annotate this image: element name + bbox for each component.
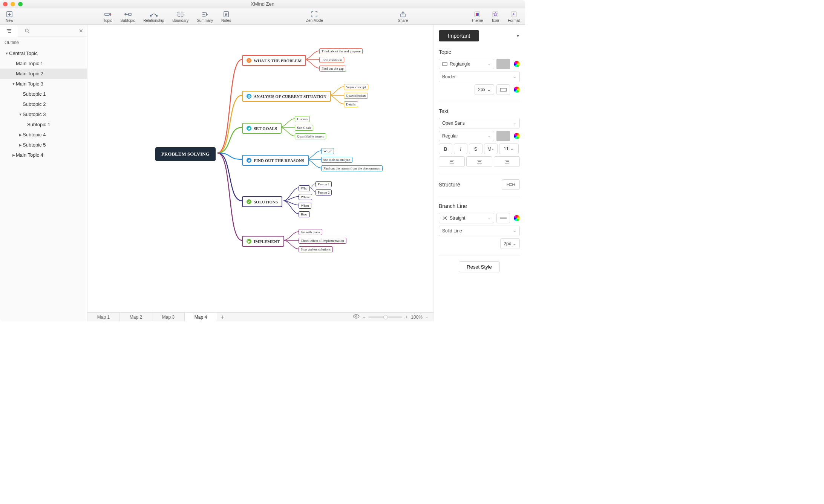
leaf-node[interactable]: Person 2 bbox=[316, 189, 332, 195]
icon-button[interactable]: Icon bbox=[490, 11, 501, 23]
close-window-icon[interactable] bbox=[3, 2, 8, 6]
important-button[interactable]: Important bbox=[439, 30, 479, 41]
close-panel-icon[interactable]: ✕ bbox=[79, 28, 83, 34]
topic-button[interactable]: Topic bbox=[102, 11, 113, 23]
sheet-tab[interactable]: Map 3 bbox=[152, 313, 185, 321]
border-color-wheel-icon[interactable] bbox=[514, 87, 520, 93]
outline-item[interactable]: ▼Subtopic 3 bbox=[0, 109, 87, 119]
sheet-tab[interactable]: Map 4 bbox=[185, 313, 217, 321]
leaf-node[interactable]: When bbox=[299, 203, 311, 209]
outline-item[interactable]: ▶Main Topic 4 bbox=[0, 150, 87, 160]
align-left-button[interactable] bbox=[439, 156, 465, 167]
outline-item[interactable]: ▶Subtopic 4 bbox=[0, 130, 87, 140]
text-color-wheel-icon[interactable] bbox=[514, 133, 520, 139]
structure-layout-button[interactable] bbox=[502, 179, 520, 190]
shape-select[interactable]: Regtangle ⌄ bbox=[439, 59, 494, 69]
sheet-tab[interactable]: Map 2 bbox=[120, 313, 152, 321]
leaf-node[interactable]: Stop useless solutions bbox=[299, 246, 333, 252]
leaf-node[interactable]: Discuss bbox=[295, 116, 310, 122]
sheet-tab[interactable]: Map 1 bbox=[87, 313, 120, 321]
branch-node[interactable]: ◎ANALYSIS OF CURRENT SITUATION bbox=[242, 91, 331, 102]
zoom-out-button[interactable]: − bbox=[363, 315, 365, 320]
branch-node[interactable]: ▶IMPLEMENT bbox=[242, 236, 284, 247]
leaf-node[interactable]: Quantifiable targets bbox=[295, 133, 326, 139]
leaf-node[interactable]: Think about the real purpose bbox=[319, 48, 363, 54]
leaf-node[interactable]: Quantification bbox=[344, 93, 368, 99]
branch-node[interactable]: ★FIND OUT THE REASONS bbox=[242, 155, 309, 166]
italic-button[interactable]: I bbox=[454, 144, 467, 154]
reset-style-button[interactable]: Reset Style bbox=[459, 261, 499, 272]
zoom-dropdown-icon[interactable]: ⌄ bbox=[426, 315, 429, 319]
leaf-node[interactable]: Why? bbox=[321, 148, 334, 154]
leaf-node[interactable]: Find out the reason from the phenomenon bbox=[321, 165, 383, 171]
branch-node[interactable]: ?WHAT'S THE PROBLEM bbox=[242, 55, 306, 66]
branch-node[interactable]: ✓SOLUTIONS bbox=[242, 196, 282, 207]
zen-mode-button[interactable]: Zen Mode bbox=[305, 11, 325, 23]
leaf-node[interactable]: Sub Goals bbox=[295, 125, 313, 131]
tree-caret-icon[interactable]: ▼ bbox=[18, 113, 23, 116]
subtopic-button[interactable]: Subtopic bbox=[119, 11, 136, 23]
outline-item[interactable]: ▼Central Topic bbox=[0, 48, 87, 58]
leaf-node[interactable]: How bbox=[299, 211, 310, 217]
minimize-window-icon[interactable] bbox=[11, 2, 15, 6]
boundary-button[interactable]: Boundary bbox=[171, 11, 190, 23]
leaf-node[interactable]: Details bbox=[344, 101, 358, 107]
tree-caret-icon[interactable]: ▼ bbox=[11, 82, 16, 86]
leaf-node[interactable]: Check effect of Implementation bbox=[299, 238, 346, 244]
align-right-button[interactable] bbox=[494, 156, 520, 167]
important-dropdown-icon[interactable]: ▼ bbox=[516, 34, 520, 38]
outline-item[interactable]: Main Topic 1 bbox=[0, 58, 87, 69]
view-mode-icon[interactable] bbox=[353, 314, 360, 320]
font-weight-select[interactable]: Regular⌄ bbox=[439, 131, 494, 141]
branch-width-select[interactable]: 2px⌄ bbox=[500, 238, 520, 249]
outline-item[interactable]: Subtopic 2 bbox=[0, 99, 87, 109]
summary-button[interactable]: Summary bbox=[195, 11, 214, 23]
leaf-node[interactable]: Where bbox=[299, 194, 312, 200]
outline-item[interactable]: ▶Subtopic 5 bbox=[0, 140, 87, 150]
branch-color-wheel-icon[interactable] bbox=[514, 215, 520, 221]
share-button[interactable]: Share bbox=[397, 11, 410, 23]
zoom-slider[interactable] bbox=[368, 316, 402, 318]
border-select[interactable]: Border⌄ bbox=[439, 72, 520, 82]
tree-caret-icon[interactable]: ▶ bbox=[11, 153, 16, 157]
leaf-node[interactable]: Ideal condition bbox=[319, 57, 344, 63]
theme-button[interactable]: Theme bbox=[470, 11, 484, 23]
maximize-window-icon[interactable] bbox=[18, 2, 23, 6]
font-family-select[interactable]: Open Sans⌄ bbox=[439, 118, 520, 128]
leaf-node[interactable]: Vague concept bbox=[344, 84, 368, 90]
outline-item[interactable]: ▼Main Topic 3 bbox=[0, 79, 87, 89]
bold-button[interactable]: B bbox=[439, 144, 452, 154]
branch-style-select[interactable]: Straight ⌄ bbox=[439, 213, 494, 223]
root-node[interactable]: PROBLEM SOLVING bbox=[155, 147, 216, 161]
leaf-node[interactable]: Person 1 bbox=[316, 181, 332, 187]
outline-tab[interactable] bbox=[0, 25, 18, 37]
tree-caret-icon[interactable]: ▶ bbox=[18, 133, 23, 137]
text-case-button[interactable]: M⌄ bbox=[484, 144, 498, 154]
zoom-in-button[interactable]: + bbox=[405, 315, 408, 320]
leaf-node[interactable]: Who bbox=[299, 185, 310, 191]
border-style-swatch[interactable] bbox=[496, 84, 510, 95]
fill-color-swatch[interactable] bbox=[496, 59, 510, 69]
align-center-button[interactable] bbox=[466, 156, 492, 167]
outline-item[interactable]: Subtopic 1 bbox=[0, 89, 87, 99]
format-button[interactable]: Format bbox=[506, 11, 521, 23]
font-size-select[interactable]: 11⌄ bbox=[499, 144, 519, 154]
strikethrough-button[interactable]: S bbox=[469, 144, 482, 154]
color-wheel-icon[interactable] bbox=[514, 61, 520, 67]
new-button[interactable]: New bbox=[4, 11, 15, 23]
outline-item[interactable]: Subtopic 1 bbox=[0, 119, 87, 130]
line-type-select[interactable]: Solid Line⌄ bbox=[439, 226, 520, 236]
add-sheet-button[interactable]: + bbox=[217, 313, 228, 321]
notes-button[interactable]: Notes bbox=[220, 11, 233, 23]
relationship-button[interactable]: Relationship bbox=[142, 11, 165, 23]
outline-item[interactable]: Main Topic 2 bbox=[0, 69, 87, 79]
tree-caret-icon[interactable]: ▼ bbox=[5, 52, 9, 55]
border-width-select[interactable]: 2px⌄ bbox=[475, 84, 494, 95]
branch-node[interactable]: ★SET GOALS bbox=[242, 123, 282, 134]
leaf-node[interactable]: Find out the gap bbox=[319, 66, 346, 72]
tree-caret-icon[interactable]: ▶ bbox=[18, 143, 23, 147]
branch-line-preview[interactable] bbox=[496, 213, 510, 223]
search-tab[interactable] bbox=[18, 25, 36, 37]
leaf-node[interactable]: Go with plans bbox=[299, 229, 322, 235]
leaf-node[interactable]: use tools to analyze bbox=[321, 157, 352, 163]
